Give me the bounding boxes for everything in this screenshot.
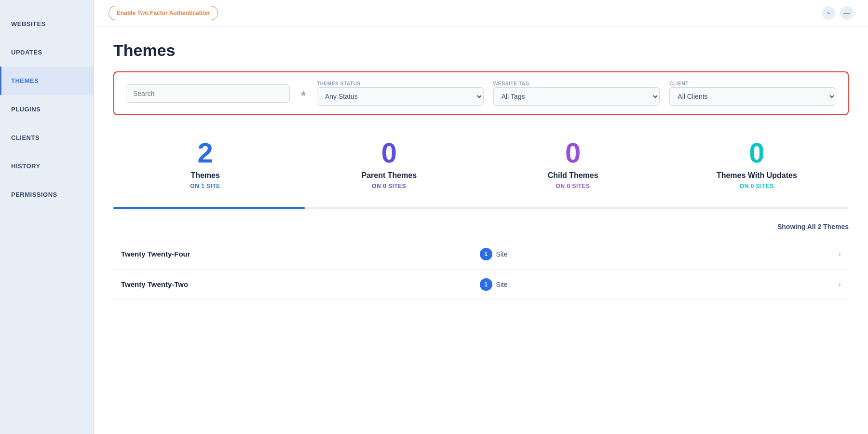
sidebar-item-websites[interactable]: WEBSITES <box>0 10 94 38</box>
stat-card-parent-themes: 0 Parent Themes ON 0 SITES <box>297 133 481 199</box>
sidebar-item-permissions[interactable]: PERMISSIONS <box>0 180 94 209</box>
stat-sub-themes: ON 1 SITE <box>123 183 287 190</box>
page-content: Themes ★ THEMES STATUS Any Status Active… <box>94 27 868 314</box>
table-row[interactable]: Twenty Twenty-Two 1 Site › <box>113 270 849 300</box>
top-bar: Enable Two Factor Authentication ~ — <box>94 0 868 27</box>
star-icon[interactable]: ★ <box>299 88 307 99</box>
progress-bar-fill <box>113 207 305 209</box>
site-label: Site <box>496 281 508 288</box>
site-badge: 1 <box>480 278 492 291</box>
site-badge: 1 <box>480 248 492 260</box>
user-icon[interactable]: ~ <box>822 6 835 20</box>
theme-sites: 1 Site <box>480 248 839 260</box>
stat-sub-parent-themes: ON 0 SITES <box>307 183 471 190</box>
stat-number-parent-themes: 0 <box>307 137 471 168</box>
themes-status-select[interactable]: Any Status Active Inactive <box>317 87 484 106</box>
enable-2fa-button[interactable]: Enable Two Factor Authentication <box>108 6 218 20</box>
main-content: Enable Two Factor Authentication ~ — The… <box>94 0 868 434</box>
stat-label-themes: Themes <box>123 171 287 180</box>
stat-sub-child-themes: ON 0 SITES <box>491 183 655 190</box>
sidebar: WEBSITES UPDATES THEMES PLUGINS CLIENTS … <box>0 0 94 434</box>
sidebar-item-themes[interactable]: THEMES <box>0 67 94 95</box>
theme-name: Twenty Twenty-Four <box>121 250 480 258</box>
stat-sub-themes-with-updates: ON 0 SITES <box>675 183 839 190</box>
stat-number-themes: 2 <box>123 137 287 168</box>
theme-sites: 1 Site <box>480 278 839 291</box>
stat-card-child-themes: 0 Child Themes ON 0 SITES <box>481 133 665 199</box>
client-filter-group: CLIENT All Clients <box>669 81 836 106</box>
theme-list: Twenty Twenty-Four 1 Site › Twenty Twent… <box>113 239 849 300</box>
table-row[interactable]: Twenty Twenty-Four 1 Site › <box>113 239 849 270</box>
website-tag-label: WEBSITE TAG <box>493 81 660 86</box>
theme-name: Twenty Twenty-Two <box>121 280 480 288</box>
progress-bar-wrap <box>113 207 849 209</box>
sidebar-item-plugins[interactable]: PLUGINS <box>0 95 94 123</box>
client-label: CLIENT <box>669 81 836 86</box>
themes-status-filter-group: THEMES STATUS Any Status Active Inactive <box>317 81 484 106</box>
chevron-down-icon: › <box>838 249 841 259</box>
stat-label-child-themes: Child Themes <box>491 171 655 180</box>
themes-status-label: THEMES STATUS <box>317 81 484 86</box>
website-tag-select[interactable]: All Tags <box>493 87 660 106</box>
stat-number-themes-with-updates: 0 <box>675 137 839 168</box>
sidebar-item-history[interactable]: HISTORY <box>0 152 94 180</box>
stats-row: 2 Themes ON 1 SITE 0 Parent Themes ON 0 … <box>113 133 849 199</box>
menu-icon[interactable]: — <box>840 6 854 20</box>
stat-card-themes-with-updates: 0 Themes With Updates ON 0 SITES <box>665 133 849 199</box>
search-input[interactable] <box>126 84 290 103</box>
sidebar-item-clients[interactable]: CLIENTS <box>0 123 94 152</box>
stat-label-parent-themes: Parent Themes <box>307 171 471 180</box>
chevron-down-icon: › <box>838 279 841 289</box>
filter-bar: ★ THEMES STATUS Any Status Active Inacti… <box>113 71 849 115</box>
stat-card-themes: 2 Themes ON 1 SITE <box>113 133 297 199</box>
top-bar-icons: ~ — <box>822 6 854 20</box>
showing-info: Showing All 2 Themes <box>113 223 849 231</box>
sidebar-item-updates[interactable]: UPDATES <box>0 38 94 67</box>
search-input-wrap <box>126 84 290 103</box>
stat-number-child-themes: 0 <box>491 137 655 168</box>
page-title: Themes <box>113 41 849 60</box>
website-tag-filter-group: WEBSITE TAG All Tags <box>493 81 660 106</box>
site-label: Site <box>496 250 508 258</box>
client-select[interactable]: All Clients <box>669 87 836 106</box>
stat-label-themes-with-updates: Themes With Updates <box>675 171 839 180</box>
